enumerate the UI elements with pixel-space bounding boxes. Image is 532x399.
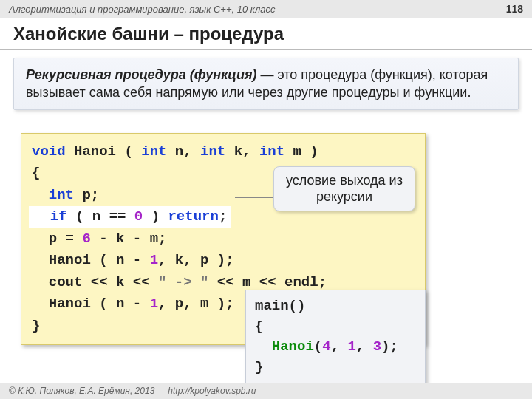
callout-connector [235,197,276,198]
callout-exit-condition: условие выхода из рекурсии [273,166,415,211]
main-line-3: Hanoi(4, 1, 3); [255,337,416,358]
code-line-6: Hanoi ( n - 1, k, p ); [32,250,415,271]
footer: © К.Ю. Поляков, Е.А. Ерёмин, 2013 http:/… [0,383,532,399]
footer-authors: © К.Ю. Поляков, Е.А. Ерёмин, 2013 [9,386,154,396]
main-line-2: { [255,317,416,338]
main-line-4: } [255,358,416,378]
header-bar: Алгоритмизация и программирование, язык … [0,0,532,18]
footer-url: http://kpolyakov.spb.ru [168,386,256,396]
main-code-box: main() { Hanoi(4, 1, 3); } [245,290,426,384]
exit-condition-highlight: if ( n == 0 ) return; [29,206,231,228]
page-number: 118 [506,3,523,15]
callout-line-2: рекурсии [286,189,403,205]
definition-term: Рекурсивная процедура (функция) [26,67,257,82]
slide-title: Ханойские башни – процедура [0,18,532,50]
main-line-1: main() [255,296,416,317]
course-label: Алгоритмизация и программирование, язык … [9,4,275,15]
callout-line-1: условие выхода из [286,173,403,189]
code-line-5: p = 6 - k - m; [32,228,415,250]
definition-box: Рекурсивная процедура (функция) — это пр… [13,58,519,110]
code-line-1: void Hanoi ( int n, int k, int m ) [32,141,415,163]
